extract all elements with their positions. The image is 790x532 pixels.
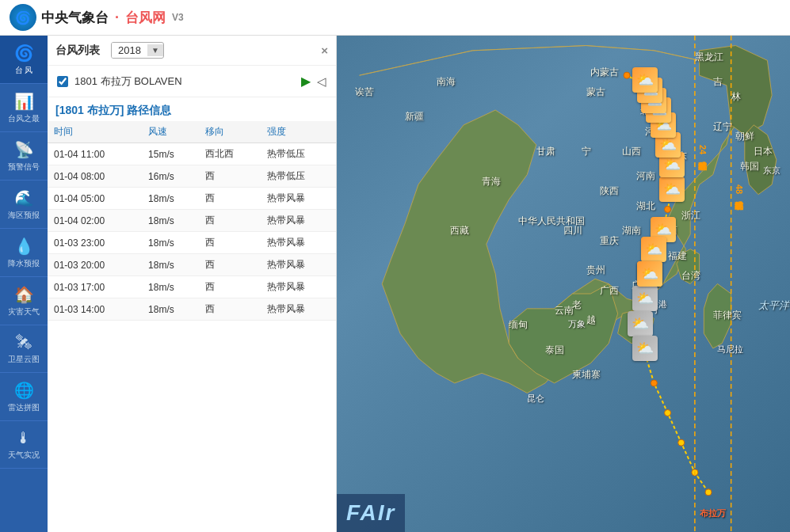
path-cell-3-3: 热带风暴 — [261, 210, 336, 232]
path-cell-6-0: 01-03 17:00 — [48, 276, 142, 298]
path-cell-7-1: 18m/s — [142, 298, 199, 321]
path-info-header: [1801 布拉万] 路径信息 — [48, 97, 336, 121]
path-cell-2-3: 热带风暴 — [261, 188, 336, 210]
storm-icon: ⛅ — [659, 177, 685, 202]
storm-icon-inner: ⛅ — [632, 67, 658, 93]
sidebar-item-rain-forecast[interactable]: 💧 降水预报 — [0, 229, 48, 277]
path-cell-6-3: 热带风暴 — [261, 276, 336, 298]
path-col-header-1: 风速 — [142, 121, 199, 143]
sidebar-icon-sea-forecast: 🌊 — [14, 188, 34, 207]
path-cell-3-0: 01-04 02:00 — [48, 210, 142, 232]
header: 🌀 中央气象台 · 台风网 V3 — [0, 0, 790, 36]
sidebar-item-satellite[interactable]: 🛰 卫星云图 — [0, 325, 48, 373]
map-area: 黑龙江吉林辽宁朝鲜韩国日本东京北京蒙古内蒙古河北山西陕西山东河南湖南湖北江西浙江… — [337, 36, 790, 532]
sidebar-label-disaster-weather: 灾害天气 — [8, 307, 40, 317]
path-table-row: 01-03 17:0018m/s西热带风暴 — [48, 276, 336, 298]
storm-icon-inner: ⛅ — [659, 177, 685, 202]
sidebar-icon-typhoon-best: 📊 — [14, 92, 34, 111]
path-cell-1-2: 西 — [199, 165, 260, 188]
path-table-row: 01-04 08:0016m/s西热带低压 — [48, 165, 336, 188]
sidebar-icon-disaster-weather: 🏠 — [14, 285, 34, 304]
path-cell-0-1: 15m/s — [142, 143, 199, 165]
path-cell-0-3: 热带低压 — [261, 143, 336, 165]
path-cell-5-2: 西 — [199, 254, 260, 276]
sidebar-icon-satellite: 🛰 — [16, 333, 32, 352]
sidebar-item-typhoon[interactable]: 🌀 台 风 — [0, 36, 48, 84]
storm-icon-inner: ⛅ — [632, 336, 658, 361]
logo-icon: 🌀 — [10, 4, 36, 31]
path-cell-2-2: 西 — [199, 188, 260, 210]
main-layout: 🌀 台 风 📊 台风之最 📡 预警信号 🌊 海区预报 💧 降水预报 🏠 灾害天气… — [0, 36, 790, 532]
path-table-row: 01-03 14:0018m/s西热带风暴 — [48, 298, 336, 321]
typhoon-play-button[interactable]: ▶ — [301, 74, 311, 89]
storm-icon: ⛅ — [637, 261, 662, 287]
sidebar-item-typhoon-best[interactable]: 📊 台风之最 — [0, 84, 48, 132]
path-table-row: 01-03 23:0018m/s西热带风暴 — [48, 232, 336, 254]
year-dropdown-arrow[interactable]: ▼ — [147, 44, 163, 56]
storm-icon-inner: ⛅ — [628, 311, 653, 336]
sidebar-item-warning[interactable]: 📡 预警信号 — [0, 132, 48, 180]
typhoon-name: 1801 布拉万 BOLAVEN — [74, 74, 295, 89]
sidebar-label-satellite: 卫星云图 — [8, 355, 40, 364]
path-cell-1-0: 01-04 08:00 — [48, 165, 142, 188]
storm-icon: ⛅ — [632, 67, 658, 93]
typhoon-list-title: 台风列表 — [55, 44, 100, 58]
sidebar-icon-typhoon: 🌀 — [14, 44, 34, 63]
path-table: 时间风速移向强度 01-04 11:0015m/s西北西热带低压01-04 08… — [48, 121, 336, 321]
site-title-sub: 台风网 — [125, 9, 166, 27]
path-cell-1-1: 16m/s — [142, 165, 199, 188]
storm-icon-inner: ⛅ — [641, 237, 666, 262]
storm-icon: ⛅ — [641, 237, 666, 262]
sidebar-item-weather-live[interactable]: 🌡 天气实况 — [0, 421, 48, 469]
path-col-header-3: 强度 — [261, 121, 336, 143]
path-cell-4-3: 热带风暴 — [261, 232, 336, 254]
sidebar-item-sea-forecast[interactable]: 🌊 海区预报 — [0, 180, 48, 229]
path-cell-4-1: 18m/s — [142, 232, 199, 254]
path-col-header-0: 时间 — [48, 121, 142, 143]
path-cell-4-0: 01-03 23:00 — [48, 232, 142, 254]
sidebar-icon-warning: 📡 — [14, 140, 34, 159]
sidebar-item-disaster-weather[interactable]: 🏠 灾害天气 — [0, 277, 48, 325]
sidebar-label-typhoon-best: 台风之最 — [8, 114, 40, 124]
typhoon-share-button[interactable]: ◁ — [317, 74, 326, 89]
path-cell-1-3: 热带低压 — [261, 165, 336, 188]
sidebar-item-radar[interactable]: 🌐 雷达拼图 — [0, 373, 48, 421]
path-cell-2-1: 18m/s — [142, 188, 199, 210]
path-cell-0-0: 01-04 11:00 — [48, 143, 142, 165]
path-cell-5-1: 18m/s — [142, 254, 199, 276]
path-cell-3-1: 18m/s — [142, 210, 199, 232]
path-cell-5-3: 热带风暴 — [261, 254, 336, 276]
close-button[interactable]: × — [321, 44, 328, 57]
path-info-section: [1801 布拉万] 路径信息 时间风速移向强度 01-04 11:0015m/… — [48, 97, 336, 532]
path-cell-0-2: 西北西 — [199, 143, 260, 165]
typhoon-list-item: 1801 布拉万 BOLAVEN ▶ ◁ — [55, 70, 328, 92]
typhoon-list: 1801 布拉万 BOLAVEN ▶ ◁ — [48, 66, 336, 97]
storm-icon: ⛅ — [632, 286, 658, 311]
path-cell-2-0: 01-04 05:00 — [48, 188, 142, 210]
title-separator: · — [115, 10, 119, 26]
sidebar-label-warning: 预警信号 — [8, 162, 40, 172]
path-cell-4-2: 西 — [199, 232, 260, 254]
sidebar: 🌀 台 风 📊 台风之最 📡 预警信号 🌊 海区预报 💧 降水预报 🏠 灾害天气… — [0, 36, 48, 532]
typhoon-checkbox[interactable] — [57, 76, 68, 87]
site-title-cn: 中央气象台 — [41, 9, 109, 27]
warning-line-label: 24小时警戒线 — [696, 145, 708, 154]
storm-icon-inner: ⛅ — [632, 286, 658, 311]
sidebar-icon-weather-live: 🌡 — [16, 429, 32, 447]
watermark: FAIr — [337, 494, 405, 532]
year-value: 2018 — [112, 43, 147, 58]
path-col-header-2: 移向 — [199, 121, 260, 143]
map-canvas — [337, 36, 790, 532]
path-cell-5-0: 01-03 20:00 — [48, 254, 142, 276]
warning-line-label: 48小时警戒线 — [733, 184, 745, 194]
storm-icon-inner: ⛅ — [637, 261, 662, 287]
storm-icon: ⛅ — [628, 311, 653, 336]
year-selector[interactable]: 2018 ▼ — [111, 42, 164, 59]
path-table-row: 01-04 11:0015m/s西北西热带低压 — [48, 143, 336, 165]
panel: 台风列表 2018 ▼ × 1801 布拉万 BOLAVEN ▶ ◁ [1801… — [48, 36, 337, 532]
sidebar-label-weather-live: 天气实况 — [8, 450, 40, 460]
sidebar-icon-radar: 🌐 — [14, 381, 34, 400]
path-cell-6-1: 18m/s — [142, 276, 199, 298]
logo: 🌀 中央气象台 · 台风网 V3 — [10, 4, 184, 31]
path-cell-3-2: 西 — [199, 210, 260, 232]
